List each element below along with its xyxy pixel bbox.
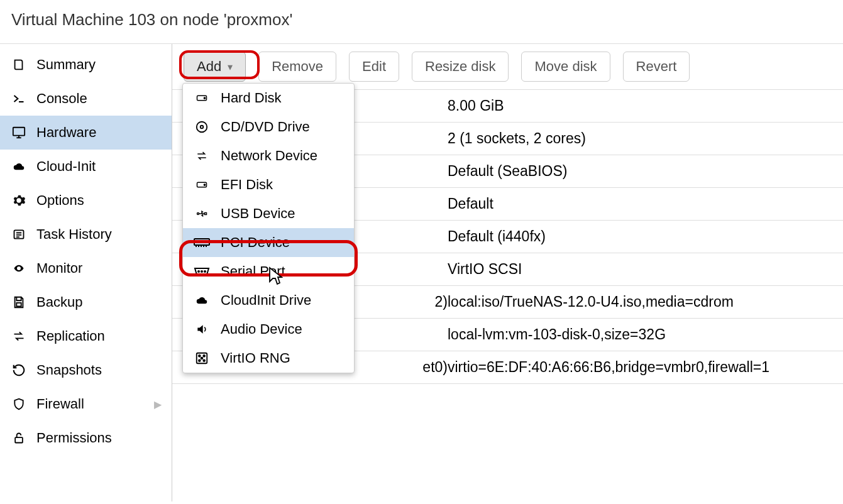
sidebar-item-permissions[interactable]: Permissions	[0, 421, 172, 455]
main: Summary Console Hardware Cloud-Init Opti…	[0, 44, 843, 501]
row-value: Default (i440fx)	[448, 228, 832, 245]
row-value: local:iso/TrueNAS-12.0-U4.iso,media=cdro…	[448, 293, 832, 310]
row-suffix: 2)	[435, 293, 448, 310]
cloud-icon	[10, 161, 28, 172]
svg-rect-0	[13, 128, 25, 136]
sidebar-item-label: Backup	[36, 294, 82, 310]
sidebar-item-label: Snapshots	[36, 362, 102, 378]
svg-point-17	[199, 355, 201, 357]
sidebar-item-backup[interactable]: Backup	[0, 285, 172, 319]
dropdown-item-label: CD/DVD Drive	[221, 119, 310, 135]
sidebar-item-label: Replication	[36, 328, 105, 344]
sidebar-item-monitor[interactable]: Monitor	[0, 251, 172, 285]
list-icon	[10, 228, 28, 241]
dropdown-item-label: VirtIO RNG	[221, 350, 290, 366]
sidebar-item-label: Summary	[36, 57, 96, 73]
svg-rect-3	[15, 437, 23, 442]
svg-rect-12	[194, 239, 209, 245]
dropdown-item-virtiorng[interactable]: VirtIO RNG	[183, 344, 354, 373]
pci-icon	[193, 237, 211, 248]
dropdown-item-label: CloudInit Drive	[221, 292, 311, 309]
dropdown-item-cddvd[interactable]: CD/DVD Drive	[183, 112, 354, 141]
chevron-down-icon: ▾	[228, 61, 233, 73]
dropdown-item-network[interactable]: Network Device	[183, 141, 354, 170]
dropdown-item-audio[interactable]: Audio Device	[183, 315, 354, 344]
row-value: local-lvm:vm-103-disk-0,size=32G	[448, 326, 832, 343]
sidebar-item-summary[interactable]: Summary	[0, 48, 172, 82]
remove-button[interactable]: Remove	[258, 52, 336, 82]
terminal-icon	[10, 92, 28, 105]
dropdown-item-label: USB Device	[221, 205, 295, 222]
sync-icon	[10, 330, 28, 342]
sidebar-item-options[interactable]: Options	[0, 184, 172, 217]
eye-icon	[10, 263, 28, 274]
sidebar-item-replication[interactable]: Replication	[0, 319, 172, 353]
page-title: Virtual Machine 103 on node 'proxmox'	[0, 0, 843, 44]
gear-icon	[10, 194, 28, 207]
dropdown-item-cloudinit[interactable]: CloudInit Drive	[183, 286, 354, 315]
row-value: 8.00 GiB	[448, 97, 832, 114]
dropdown-item-serial[interactable]: Serial Port	[183, 257, 354, 286]
svg-point-5	[204, 97, 205, 99]
svg-point-19	[199, 359, 201, 361]
row-value: Default	[448, 195, 832, 212]
sidebar-item-taskhistory[interactable]: Task History	[0, 217, 172, 251]
svg-point-7	[201, 126, 204, 129]
monitor-icon	[10, 126, 28, 140]
svg-rect-11	[205, 213, 207, 215]
sidebar: Summary Console Hardware Cloud-Init Opti…	[0, 44, 172, 501]
network-icon	[193, 150, 211, 162]
svg-point-13	[198, 271, 199, 272]
shield-icon	[10, 397, 28, 412]
add-dropdown: Hard Disk CD/DVD Drive Network Device EF…	[182, 83, 355, 373]
resize-disk-button[interactable]: Resize disk	[412, 52, 509, 82]
dropdown-item-label: Serial Port	[221, 263, 285, 280]
sidebar-item-label: Cloud-Init	[36, 158, 96, 175]
sidebar-item-snapshots[interactable]: Snapshots	[0, 353, 172, 387]
sidebar-item-firewall[interactable]: Firewall ▶	[0, 387, 172, 421]
svg-point-10	[197, 213, 199, 215]
row-value: virtio=6E:DF:40:A6:66:B6,bridge=vmbr0,fi…	[448, 359, 832, 376]
svg-point-20	[203, 359, 205, 361]
dropdown-item-label: Hard Disk	[221, 90, 282, 106]
dropdown-item-pci[interactable]: PCI Device	[183, 228, 354, 257]
row-value: VirtIO SCSI	[448, 261, 832, 278]
sidebar-item-label: Permissions	[36, 430, 112, 446]
book-icon	[10, 58, 28, 72]
chevron-right-icon: ▶	[154, 398, 162, 410]
svg-rect-2	[16, 303, 21, 307]
sidebar-item-cloudinit[interactable]: Cloud-Init	[0, 150, 172, 184]
dropdown-item-harddisk[interactable]: Hard Disk	[183, 84, 354, 112]
sidebar-item-label: Firewall	[36, 396, 84, 412]
sidebar-item-console[interactable]: Console	[0, 82, 172, 116]
serial-icon	[193, 266, 211, 277]
usb-icon	[193, 208, 211, 219]
dropdown-item-label: EFI Disk	[221, 177, 273, 193]
revert-button[interactable]: Revert	[623, 52, 690, 82]
sidebar-item-label: Options	[36, 192, 84, 209]
dropdown-item-usb[interactable]: USB Device	[183, 199, 354, 228]
sidebar-item-label: Console	[36, 90, 87, 107]
row-value: 2 (1 sockets, 2 cores)	[448, 130, 832, 147]
content: Add ▾ Remove Edit Resize disk Move disk …	[172, 44, 843, 501]
sidebar-item-label: Task History	[36, 226, 112, 243]
svg-point-21	[201, 358, 203, 359]
add-button[interactable]: Add ▾	[184, 52, 246, 82]
history-icon	[10, 363, 28, 377]
svg-point-6	[197, 122, 207, 133]
sidebar-item-hardware[interactable]: Hardware	[0, 116, 172, 150]
dropdown-item-efidisk[interactable]: EFI Disk	[183, 170, 354, 199]
hdd-icon	[193, 179, 211, 190]
unlock-icon	[10, 431, 28, 445]
sidebar-item-label: Hardware	[36, 124, 96, 141]
sidebar-item-label: Monitor	[36, 260, 82, 277]
move-disk-button[interactable]: Move disk	[521, 52, 610, 82]
edit-button[interactable]: Edit	[349, 52, 399, 82]
add-button-label: Add	[197, 58, 221, 75]
cloud-icon	[193, 295, 211, 306]
svg-point-18	[203, 355, 205, 357]
svg-point-14	[201, 271, 202, 272]
dropdown-item-label: Audio Device	[221, 321, 302, 337]
svg-point-15	[204, 271, 206, 272]
hdd-icon	[193, 92, 211, 104]
